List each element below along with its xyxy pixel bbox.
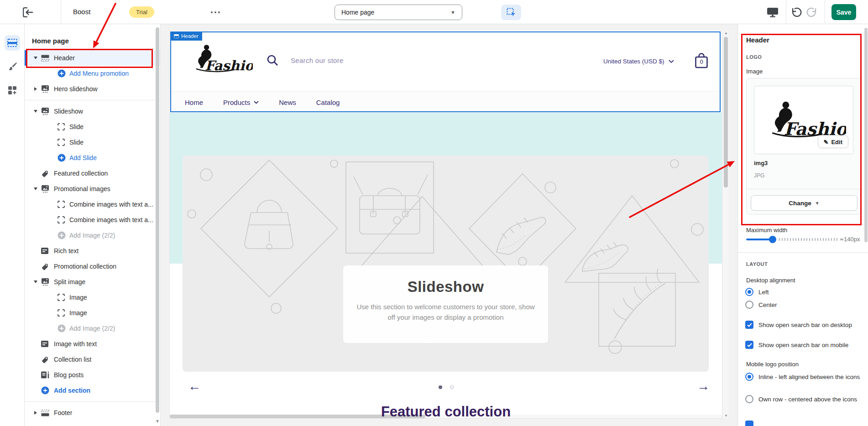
sections-tab-button[interactable] xyxy=(5,35,20,51)
sidebar-scrollbar[interactable] xyxy=(156,27,159,413)
chevron-down-icon xyxy=(669,60,674,63)
cart-button[interactable]: 0 xyxy=(695,52,709,70)
theme-settings-tab-button[interactable] xyxy=(5,59,20,74)
sidebar-item-rich-text[interactable]: Rich text xyxy=(25,243,160,259)
radio-mobile-own-row[interactable]: Own row - centered above the icons xyxy=(745,395,857,404)
caret-right-icon[interactable] xyxy=(30,411,41,415)
slider-thumb[interactable] xyxy=(769,236,776,243)
store-logo[interactable]: Fashion xyxy=(188,40,253,78)
nav-link-catalog[interactable]: Catalog xyxy=(316,99,340,106)
topbar-divider xyxy=(825,0,825,24)
sidebar-item-label: Add Image (2/2) xyxy=(69,325,115,332)
chevron-down-icon: ▼ xyxy=(450,10,455,15)
section-select-tool-button[interactable] xyxy=(501,5,521,20)
sidebar-item-slide[interactable]: Slide xyxy=(25,119,160,135)
footer-section-icon xyxy=(41,410,54,416)
caret-down-icon[interactable] xyxy=(30,281,41,283)
change-image-button[interactable]: Change ▼ xyxy=(751,195,858,211)
blog-icon xyxy=(41,371,54,379)
nav-link-news[interactable]: News xyxy=(279,99,296,106)
nav-link-products[interactable]: Products xyxy=(223,99,259,106)
country-label: United States (USD $) xyxy=(603,58,664,65)
featured-collection-heading: Featured collection xyxy=(170,404,722,418)
slideshow-dot[interactable] xyxy=(450,385,454,389)
preview-vertical-scrollbar[interactable]: ▲ ▼ xyxy=(723,31,729,418)
exit-editor-button[interactable] xyxy=(22,6,35,18)
add-slide-button[interactable]: Add Slide xyxy=(25,150,160,166)
store-nav: Home Products News Catalog xyxy=(170,91,722,113)
panel-divider xyxy=(738,252,868,253)
undo-button[interactable] xyxy=(791,7,803,18)
edit-image-button[interactable]: ✎ Edit xyxy=(818,135,848,148)
app-blocks-icon xyxy=(8,86,17,95)
caret-down-icon[interactable] xyxy=(30,110,41,113)
sidebar-item-combine-images[interactable]: Combine images with text a... xyxy=(25,212,160,228)
redo-button[interactable] xyxy=(806,7,818,18)
slideshow-dot-active[interactable] xyxy=(439,385,442,389)
sidebar-item-label: Featured collection xyxy=(54,170,108,177)
image-file-format: JPG xyxy=(754,172,764,179)
sidebar-item-promotional-collection[interactable]: Promotional collection xyxy=(25,259,160,274)
sidebar-item-label: Slideshow xyxy=(54,108,83,115)
sidebar-page-title: Home page xyxy=(25,33,160,50)
desktop-alignment-label: Desktop alignment xyxy=(746,277,795,284)
partially-visible-checkbox[interactable] xyxy=(745,421,753,426)
paint-brush-icon xyxy=(8,62,17,72)
sidebar-item-slideshow[interactable]: Slideshow xyxy=(25,104,160,119)
pencil-icon: ✎ xyxy=(824,139,829,145)
device-preview-button[interactable] xyxy=(766,7,779,18)
sidebar-scrollbar-down-arrow[interactable]: ▼ xyxy=(155,419,160,424)
add-menu-promotion-button[interactable]: Add Menu promotion xyxy=(25,66,160,81)
save-button[interactable]: Save xyxy=(831,4,856,20)
header-section-icon xyxy=(41,55,54,62)
store-header[interactable]: Fashion Search our store United States (… xyxy=(170,31,722,91)
store-search-bar[interactable]: Search our store xyxy=(267,54,344,67)
sidebar-item-split-image[interactable]: Split image xyxy=(25,274,160,290)
nav-link-home[interactable]: Home xyxy=(185,99,203,106)
radio-selected-icon xyxy=(745,288,753,296)
sidebar-item-image[interactable]: Image xyxy=(25,305,160,321)
text-section-icon xyxy=(41,248,54,254)
scroll-down-arrow[interactable]: ▼ xyxy=(724,414,728,418)
scroll-up-arrow[interactable]: ▲ xyxy=(724,31,728,35)
sidebar-item-label: Collection list xyxy=(54,356,91,363)
caret-down-icon[interactable] xyxy=(30,187,41,190)
checkbox-search-desktop[interactable]: Show open search bar on desktop xyxy=(745,321,852,329)
store-preview-frame[interactable]: Fashion Search our store United States (… xyxy=(170,31,722,418)
sidebar-item-label: Image with text xyxy=(54,340,97,348)
cart-count-badge: 0 xyxy=(695,58,708,65)
caret-right-icon[interactable] xyxy=(30,87,41,91)
sidebar-item-footer[interactable]: Footer xyxy=(25,405,160,421)
slider-track-ticks xyxy=(779,238,839,241)
caret-down-icon: ▼ xyxy=(815,201,820,206)
sidebar-item-promotional-images[interactable]: Promotional images xyxy=(25,181,160,197)
radio-align-left[interactable]: Left xyxy=(745,288,769,296)
logo-image-thumbnail[interactable]: Fashion ✎ Edit xyxy=(754,86,853,154)
max-width-label: Maximum width xyxy=(746,227,787,234)
country-selector[interactable]: United States (USD $) xyxy=(603,58,674,65)
sidebar-item-image[interactable]: Image xyxy=(25,290,160,305)
sidebar-item-combine-images[interactable]: Combine images with text a... xyxy=(25,197,160,212)
sidebar-item-blog-posts[interactable]: Blog posts xyxy=(25,367,160,383)
sidebar-item-slide[interactable]: Slide xyxy=(25,135,160,150)
sidebar-item-header[interactable]: Header xyxy=(25,50,160,66)
sidebar-item-featured-collection[interactable]: Featured collection xyxy=(25,166,160,181)
sections-icon xyxy=(7,39,17,47)
checkbox-search-mobile[interactable]: Show open search bar on mobile xyxy=(745,341,848,349)
radio-mobile-inline[interactable]: Inline - left aligned between the icons xyxy=(745,373,860,381)
radio-align-center[interactable]: Center xyxy=(745,301,777,309)
app-embeds-tab-button[interactable] xyxy=(5,83,20,98)
svg-text:Fashion: Fashion xyxy=(205,58,253,73)
image-section-icon xyxy=(41,278,54,286)
caret-down-icon[interactable] xyxy=(30,57,41,59)
sidebar-item-image-with-text[interactable]: Image with text xyxy=(25,336,160,352)
sidebar-item-collection-list[interactable]: Collection list xyxy=(25,352,160,367)
max-width-slider[interactable]: 140px xyxy=(746,235,861,244)
more-actions-button[interactable] xyxy=(205,6,225,18)
add-section-button[interactable]: Add section xyxy=(25,383,160,398)
sidebar-item-hero-slideshow[interactable]: Hero slideshow xyxy=(25,81,160,97)
exit-icon xyxy=(23,7,34,17)
panel-scrollbar[interactable] xyxy=(864,28,868,242)
page-selector-dropdown[interactable]: Home page ▼ xyxy=(335,5,462,20)
block-brackets-icon xyxy=(58,201,69,208)
